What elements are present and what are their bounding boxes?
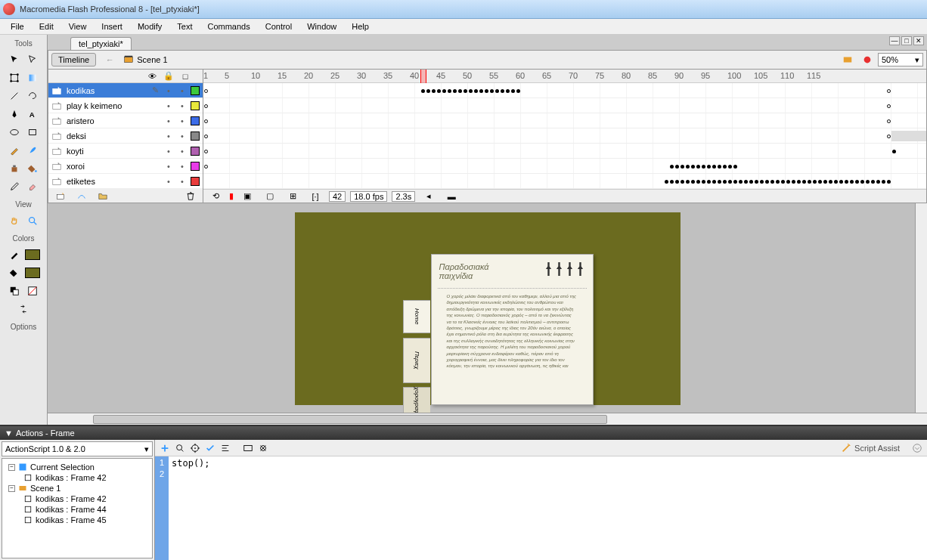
oval-tool-icon[interactable] bbox=[6, 124, 23, 141]
lock-dot[interactable]: • bbox=[177, 162, 188, 171]
eyedropper-tool-icon[interactable] bbox=[6, 178, 23, 195]
text-tool-icon[interactable]: A bbox=[24, 106, 41, 122]
find-icon[interactable] bbox=[173, 441, 187, 455]
panel-menu-icon[interactable] bbox=[910, 441, 924, 455]
tree-item[interactable]: kodikas : Frame 45 bbox=[36, 515, 107, 524]
layer-row[interactable]: koyti • • bbox=[48, 144, 203, 159]
hand-tool-icon[interactable] bbox=[6, 212, 23, 229]
code-text[interactable]: stop(); bbox=[169, 456, 927, 560]
actionscript-version-select[interactable]: ActionScript 1.0 & 2.0▾ bbox=[2, 441, 153, 456]
page-tab-periex[interactable]: Περιεχ bbox=[403, 338, 430, 383]
edit-multiple-icon[interactable]: ⊞ bbox=[284, 188, 301, 203]
stage-wrapper[interactable]: Home Περιεχ χορογραφίες Παραδοσιακά παιχ… bbox=[48, 203, 927, 413]
edit-scene-icon[interactable] bbox=[839, 51, 856, 68]
menu-modify[interactable]: Modify bbox=[130, 20, 169, 32]
visibility-dot[interactable]: • bbox=[163, 147, 174, 156]
check-syntax-icon[interactable] bbox=[203, 441, 217, 455]
maximize-icon[interactable]: □ bbox=[901, 36, 912, 45]
lock-dot[interactable]: • bbox=[177, 116, 188, 125]
menu-view[interactable]: View bbox=[61, 20, 95, 32]
ink-bottle-tool-icon[interactable] bbox=[6, 160, 23, 177]
subselection-tool-icon[interactable] bbox=[24, 51, 41, 68]
target-path-icon[interactable] bbox=[188, 441, 202, 455]
new-layer-icon[interactable] bbox=[52, 187, 69, 204]
visibility-dot[interactable]: • bbox=[163, 86, 174, 95]
layer-color-swatch[interactable] bbox=[191, 131, 200, 141]
menu-control[interactable]: Control bbox=[258, 20, 299, 32]
outline-icon[interactable]: □ bbox=[180, 72, 191, 81]
stroke-swatch[interactable] bbox=[24, 246, 41, 263]
close-icon[interactable]: ✕ bbox=[913, 36, 924, 45]
collapse-triangle-icon[interactable]: ▼ bbox=[5, 429, 13, 438]
layer-row[interactable]: kodikas ✎ • • bbox=[48, 83, 203, 98]
lock-dot[interactable]: • bbox=[177, 147, 188, 156]
actions-titlebar[interactable]: ▼ Actions - Frame bbox=[0, 426, 927, 440]
line-tool-icon[interactable] bbox=[6, 88, 23, 104]
timeline-button[interactable]: Timeline bbox=[51, 53, 96, 67]
menu-edit[interactable]: Edit bbox=[32, 20, 61, 32]
menu-insert[interactable]: Insert bbox=[94, 20, 130, 32]
pencil-tool-icon[interactable] bbox=[6, 142, 23, 159]
onion-skin-icon[interactable]: ▣ bbox=[239, 188, 256, 203]
tree-collapse-icon[interactable]: − bbox=[8, 485, 15, 492]
gradient-transform-tool-icon[interactable] bbox=[24, 70, 41, 86]
frame-ruler[interactable]: 1510152025303540455055606570758085909510… bbox=[203, 70, 926, 83]
frame-row[interactable] bbox=[203, 174, 926, 189]
delete-layer-icon[interactable] bbox=[182, 187, 199, 204]
code-editor[interactable]: 1 2 stop(); bbox=[155, 456, 927, 560]
onion-outline-icon[interactable]: ▢ bbox=[262, 188, 278, 203]
zoom-tool-icon[interactable] bbox=[24, 212, 41, 229]
new-guide-layer-icon[interactable] bbox=[73, 187, 90, 204]
tree-current-selection[interactable]: Current Selection bbox=[30, 463, 95, 472]
pen-tool-icon[interactable] bbox=[6, 106, 23, 122]
page-tab-xorog[interactable]: χορογραφίες bbox=[403, 387, 430, 413]
stage[interactable]: Home Περιεχ χορογραφίες Παραδοσιακά παιχ… bbox=[295, 212, 681, 405]
horizontal-scrollbar[interactable] bbox=[48, 413, 927, 425]
layer-row[interactable]: play k keimeno • • bbox=[48, 98, 203, 113]
frame-row[interactable] bbox=[203, 98, 926, 113]
layer-color-swatch[interactable] bbox=[191, 162, 200, 171]
free-transform-tool-icon[interactable] bbox=[6, 70, 23, 86]
menu-window[interactable]: Window bbox=[299, 20, 344, 32]
black-white-icon[interactable] bbox=[6, 283, 23, 299]
layer-row[interactable]: deksi • • bbox=[48, 128, 203, 144]
layer-color-swatch[interactable] bbox=[191, 101, 200, 110]
tree-collapse-icon[interactable]: − bbox=[8, 464, 15, 471]
swap-colors-icon[interactable] bbox=[15, 301, 32, 317]
tree-item[interactable]: kodikas : Frame 44 bbox=[36, 505, 107, 514]
fill-swatch[interactable] bbox=[24, 265, 41, 281]
onion-marker-icon[interactable]: ▮ bbox=[229, 191, 234, 201]
frame-row[interactable] bbox=[203, 159, 926, 174]
layer-color-swatch[interactable] bbox=[191, 116, 200, 125]
scroll-left-icon[interactable]: ◂ bbox=[420, 188, 437, 203]
auto-format-icon[interactable] bbox=[219, 441, 232, 455]
vertical-scrollbar[interactable] bbox=[915, 203, 927, 413]
tree-item[interactable]: kodikas : Frame 42 bbox=[36, 473, 107, 482]
visibility-dot[interactable]: • bbox=[163, 131, 174, 141]
lasso-tool-icon[interactable] bbox=[24, 88, 41, 104]
tree-item[interactable]: kodikas : Frame 42 bbox=[36, 494, 107, 503]
menu-file[interactable]: File bbox=[3, 20, 32, 32]
layer-row[interactable]: etiketes • • bbox=[48, 174, 203, 189]
minimize-icon[interactable]: — bbox=[889, 36, 900, 45]
edit-symbols-icon[interactable] bbox=[859, 51, 876, 68]
add-script-icon[interactable] bbox=[158, 441, 172, 455]
debug-options-icon[interactable] bbox=[256, 441, 270, 455]
new-folder-icon[interactable] bbox=[95, 187, 111, 204]
frame-row[interactable] bbox=[203, 113, 926, 128]
menu-help[interactable]: Help bbox=[344, 20, 377, 32]
no-color-icon[interactable] bbox=[24, 283, 41, 299]
frames-column[interactable]: 1510152025303540455055606570758085909510… bbox=[203, 70, 926, 203]
menu-commands[interactable]: Commands bbox=[200, 20, 257, 32]
document-tab[interactable]: tel_ptyxiaki* bbox=[70, 37, 132, 50]
visibility-dot[interactable]: • bbox=[163, 116, 174, 125]
visibility-dot[interactable]: • bbox=[163, 101, 174, 110]
back-arrow-icon[interactable]: ← bbox=[101, 51, 118, 68]
menu-text[interactable]: Text bbox=[169, 20, 200, 32]
eye-icon[interactable]: 👁 bbox=[147, 72, 157, 81]
stroke-color-icon[interactable] bbox=[6, 246, 23, 263]
lock-dot[interactable]: • bbox=[177, 131, 188, 141]
frame-row[interactable] bbox=[203, 83, 926, 98]
lock-dot[interactable]: • bbox=[177, 86, 188, 95]
rectangle-tool-icon[interactable] bbox=[24, 124, 41, 141]
